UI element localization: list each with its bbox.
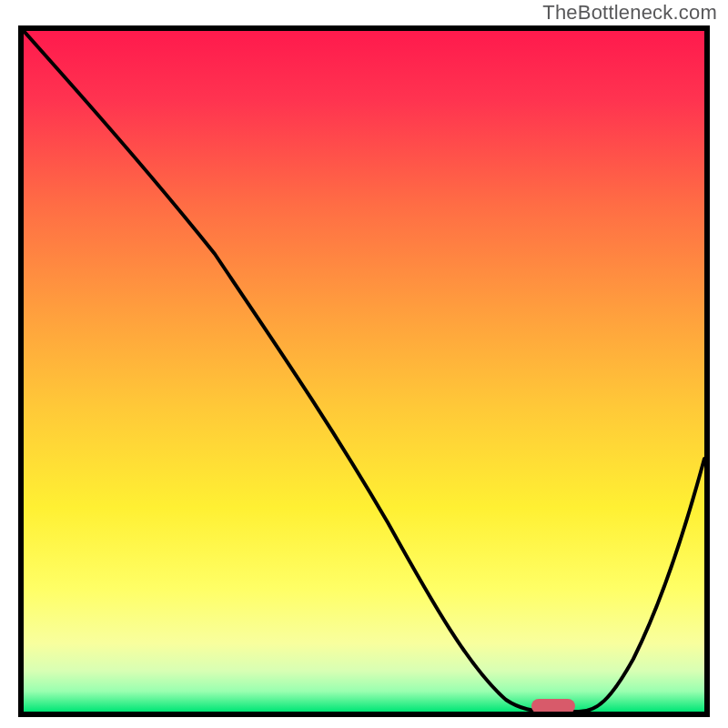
optimum-marker: [531, 699, 575, 713]
watermark-text: TheBottleneck.com: [542, 1, 717, 25]
bottleneck-curve: [24, 31, 704, 712]
chart-container: TheBottleneck.com: [0, 0, 728, 728]
plot-area: [18, 25, 710, 717]
